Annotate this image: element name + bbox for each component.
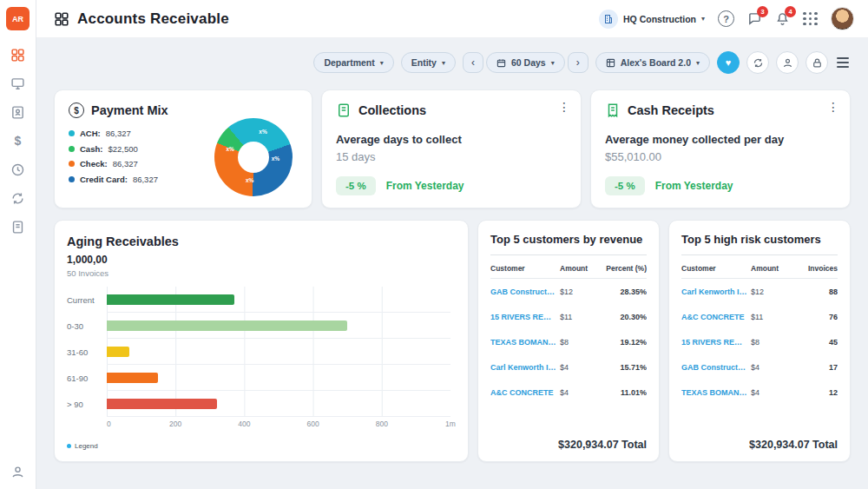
table-cell: $11 <box>751 313 789 321</box>
table-cell: 11.01% <box>598 388 647 397</box>
customer-link[interactable]: TEXAS BOMANITE <box>490 338 560 347</box>
table-cell: $4 <box>560 363 598 372</box>
donut-hole <box>238 142 269 173</box>
customer-link[interactable]: Carl Kenworth Inc. <box>681 287 751 296</box>
aging-bar <box>107 294 234 305</box>
board-label: Alex's Board 2.0 <box>621 57 691 68</box>
company-selector[interactable]: HQ Construction ▾ <box>599 10 705 29</box>
payment-mix-title: Payment Mix <box>91 103 168 117</box>
legend-value: $22,500 <box>108 144 137 154</box>
company-name: HQ Construction <box>623 14 696 24</box>
table-row: 15 RIVERS READY-MIX$1120.30% <box>490 304 647 329</box>
payment-mix-card: $ Payment Mix ACH:86,327Cash:$22,500Chec… <box>54 89 312 208</box>
sidebar-item-sync-icon[interactable] <box>10 189 27 207</box>
aging-bar-row: 61-90 <box>67 365 456 391</box>
collections-ledger-icon <box>336 102 352 118</box>
axis-tick-label: 400 <box>238 420 250 428</box>
customer-link[interactable]: GAB Construction <box>681 363 751 372</box>
table-row: Carl Kenworth Inc.$415.71% <box>490 354 647 380</box>
chevron-down-icon: ▾ <box>442 59 445 67</box>
axis-tick-label: 1m <box>445 420 456 428</box>
customer-link[interactable]: A&C CONCRETE <box>681 313 751 321</box>
lock-button[interactable] <box>806 51 828 74</box>
prev-period-button[interactable]: ‹ <box>463 52 483 73</box>
slice-label: x% <box>272 155 279 162</box>
entity-filter-label: Entity <box>411 57 437 68</box>
legend-dot <box>69 176 75 182</box>
menu-lines-button[interactable] <box>835 54 851 70</box>
sidebar-item-monitor-icon[interactable] <box>10 75 27 92</box>
page-title-grid-icon <box>54 11 69 27</box>
entity-filter[interactable]: Entity ▾ <box>401 52 456 73</box>
aging-total: 1,000,00 <box>67 254 456 266</box>
aging-bar-track <box>107 391 450 417</box>
help-button[interactable]: ? <box>718 10 734 27</box>
aging-bar <box>107 320 347 331</box>
top-revenue-total: $320,934.07 Total <box>558 439 647 451</box>
table-row: TEXAS BOMANITE$819.12% <box>490 329 647 354</box>
sidebar-item-ledger-icon[interactable] <box>10 218 27 235</box>
payment-mix-donut-chart: x% x% x% x% <box>214 118 293 196</box>
customer-link[interactable]: 15 RIVERS READY-MIX <box>681 338 751 347</box>
top-high-risk-card: Top 5 high risk customers CustomerAmount… <box>668 220 851 462</box>
top-bar: Accounts Receivable HQ Construction ▾ ? … <box>36 0 868 38</box>
customer-link[interactable]: TEXAS BOMANITE <box>681 388 751 397</box>
board-icon <box>606 58 615 68</box>
table-cell: 28.35% <box>598 287 647 296</box>
table-cell: $12 <box>751 287 789 296</box>
lock-icon <box>812 57 823 69</box>
app-logo-text: AR <box>12 15 23 23</box>
aging-category-label: 61-90 <box>67 373 107 383</box>
aging-category-label: 31-60 <box>67 347 107 357</box>
customer-link[interactable]: GAB Construction <box>490 287 560 296</box>
chevron-down-icon: ▾ <box>380 59 384 67</box>
slice-label: x% <box>259 129 266 135</box>
table-cell: 17 <box>789 363 838 372</box>
account-share-button[interactable] <box>776 51 799 74</box>
sidebar-item-history-icon[interactable] <box>10 161 27 178</box>
table-header: CustomerAmountInvoices <box>681 255 838 279</box>
user-avatar[interactable] <box>831 7 854 30</box>
next-period-button[interactable]: › <box>568 52 589 73</box>
department-filter-label: Department <box>324 57 374 68</box>
app-logo[interactable]: AR <box>6 7 30 30</box>
apps-grid-icon[interactable] <box>803 12 818 26</box>
aging-category-label: Current <box>67 295 107 305</box>
favorite-button[interactable]: ♥ <box>717 51 740 74</box>
column-header: Customer <box>490 264 560 273</box>
sidebar-item-account-settings-icon[interactable] <box>10 463 27 480</box>
table-cell: $11 <box>560 313 598 321</box>
sidebar-item-contacts-icon[interactable] <box>10 103 27 121</box>
board-selector[interactable]: Alex's Board 2.0 ▾ <box>595 52 710 73</box>
date-range-selector[interactable]: 60 Days ▾ <box>486 52 565 73</box>
table-cell: $4 <box>751 388 789 397</box>
sidebar-item-payments-icon[interactable]: $ <box>10 132 27 149</box>
legend-label: ACH: <box>80 129 101 138</box>
notifications-button[interactable]: 4 <box>775 11 790 26</box>
customer-link[interactable]: 15 RIVERS READY-MIX <box>490 313 560 321</box>
chevron-down-icon: ▾ <box>696 59 700 67</box>
legend-value: 86,327 <box>113 159 138 169</box>
aging-bar-chart: Current0-3031-6061-90> 90 02004006008001… <box>67 287 456 432</box>
aging-legend[interactable]: Legend <box>67 442 456 450</box>
left-sidebar: AR $ <box>0 0 36 489</box>
sidebar-item-dashboard-icon[interactable] <box>10 46 27 63</box>
customer-link[interactable]: A&C CONCRETE <box>490 388 560 397</box>
slice-label: x% <box>227 146 234 152</box>
refresh-button[interactable] <box>746 51 769 74</box>
legend-label: Check: <box>80 159 108 169</box>
kebab-menu-icon[interactable]: ⋮ <box>827 101 839 113</box>
chat-badge: 3 <box>757 6 768 17</box>
aging-bar-row: > 90 <box>67 391 456 417</box>
date-range-label: 60 Days <box>511 57 546 68</box>
department-filter[interactable]: Department ▾ <box>313 52 393 73</box>
aging-bar-track <box>107 365 450 391</box>
cash-receipts-card: Cash Receipts ⋮ Average money collected … <box>590 89 851 208</box>
customer-link[interactable]: Carl Kenworth Inc. <box>490 363 560 372</box>
cash-receipts-title: Cash Receipts <box>628 103 714 117</box>
table-row: 15 RIVERS READY-MIX$845 <box>681 329 838 354</box>
table-cell: 20.30% <box>598 313 647 321</box>
chat-button[interactable]: 3 <box>747 11 762 26</box>
kebab-menu-icon[interactable]: ⋮ <box>558 101 570 113</box>
calendar-icon <box>496 58 506 68</box>
